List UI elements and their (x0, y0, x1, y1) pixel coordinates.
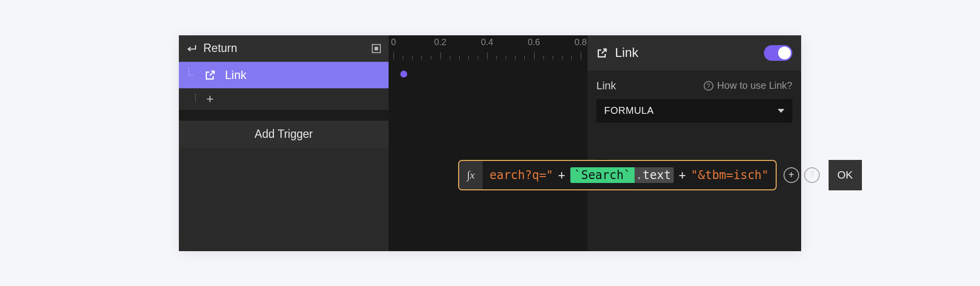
ruler-label: 0.2 (434, 37, 446, 48)
ruler-tick-major (393, 52, 394, 59)
ruler-tick-minor (496, 56, 497, 59)
question-icon: ? (704, 81, 713, 91)
timeline-ruler[interactable]: 00.20.40.60.8 (389, 35, 588, 62)
ruler-tick-minor (562, 56, 563, 59)
formula-actions: + ? (777, 160, 827, 190)
tree-guide-tail-icon (194, 94, 199, 104)
formula-string-1: earch?q=" (490, 168, 553, 182)
sidebar-spacer (179, 110, 389, 121)
ruler-tick-minor (571, 56, 572, 59)
action-item-link[interactable]: Link (179, 62, 389, 88)
ruler-tick-major (441, 52, 441, 59)
fx-icon: ∫x (459, 161, 483, 189)
formula-bar: ∫x earch?q=" + `Search`.text + "&tbm=isc… (458, 160, 862, 190)
action-item-label: Link (225, 68, 246, 82)
ruler-tick-minor (412, 56, 413, 59)
ruler-tick-minor (459, 56, 460, 59)
ruler-tick-major (534, 52, 535, 59)
return-row[interactable]: Return (179, 35, 389, 62)
tree-guide-icon (186, 68, 196, 82)
add-action-plus: + (206, 91, 214, 106)
ruler-label: 0.4 (481, 37, 493, 48)
ruler-tick-minor (515, 56, 515, 59)
formula-property-wrap: .text (635, 167, 674, 183)
svg-rect-1 (375, 47, 378, 50)
ruler-label: 0.6 (528, 37, 540, 48)
howto-text: How to use Link? (717, 80, 792, 91)
keyframe-dot[interactable] (400, 71, 407, 78)
link-type-dropdown[interactable]: FORMULA (596, 99, 792, 123)
dropdown-value: FORMULA (604, 105, 654, 116)
add-trigger-button[interactable]: Add Trigger (179, 121, 389, 148)
ruler-tick-minor (421, 56, 422, 59)
toggle-knob (778, 47, 791, 59)
add-trigger-label: Add Trigger (255, 128, 313, 141)
formula-op-2: + (674, 168, 690, 182)
howto-link[interactable]: ? How to use Link? (704, 80, 792, 91)
ruler-tick-minor (431, 56, 431, 59)
external-link-icon (596, 47, 608, 59)
field-label-link: Link (596, 79, 616, 92)
formula-add-button[interactable]: + (784, 167, 799, 183)
ruler-tick-major (487, 52, 488, 59)
ruler-tick-minor (450, 56, 450, 59)
formula-help-button[interactable]: ? (804, 167, 820, 183)
timeline-area: 00.20.40.60.8 (389, 35, 588, 251)
return-icon (186, 43, 197, 54)
formula-property: text (643, 168, 671, 182)
ruler-tick-minor (506, 56, 506, 59)
ruler-tick-minor (468, 56, 469, 59)
inspector-header: Link (588, 35, 801, 71)
formula-input[interactable]: ∫x earch?q=" + `Search`.text + "&tbm=isc… (458, 160, 777, 190)
chevron-down-icon (778, 109, 784, 113)
ruler-tick-minor (543, 56, 544, 59)
formula-dot: . (636, 168, 642, 182)
formula-content[interactable]: earch?q=" + `Search`.text + "&tbm=isch" (483, 167, 776, 183)
add-action-row[interactable]: + (179, 88, 389, 110)
ruler-tick-major (581, 52, 581, 59)
formula-op-1: + (553, 168, 570, 182)
ruler-tick-minor (524, 56, 525, 59)
inspector-panel: Link Link ? How to use Link? FORMULA Ope… (588, 35, 801, 251)
return-label: Return (203, 42, 237, 55)
editor-panel: Return Link + (179, 35, 801, 251)
formula-reference[interactable]: `Search` (570, 167, 635, 183)
action-list-sidebar: Return Link + (179, 35, 389, 251)
external-link-icon (204, 69, 216, 81)
formula-ok-button[interactable]: OK (829, 160, 862, 190)
ruler-label: 0 (391, 37, 396, 48)
ruler-tick-minor (478, 56, 478, 59)
enable-toggle[interactable] (764, 45, 792, 61)
ruler-tick-minor (403, 56, 403, 59)
inspector-title: Link (615, 45, 638, 60)
ruler-tick-minor (553, 56, 553, 59)
ruler-label: 0.8 (575, 37, 587, 48)
stop-icon[interactable] (371, 43, 382, 54)
formula-string-2: "&tbm=isch" (691, 168, 769, 182)
